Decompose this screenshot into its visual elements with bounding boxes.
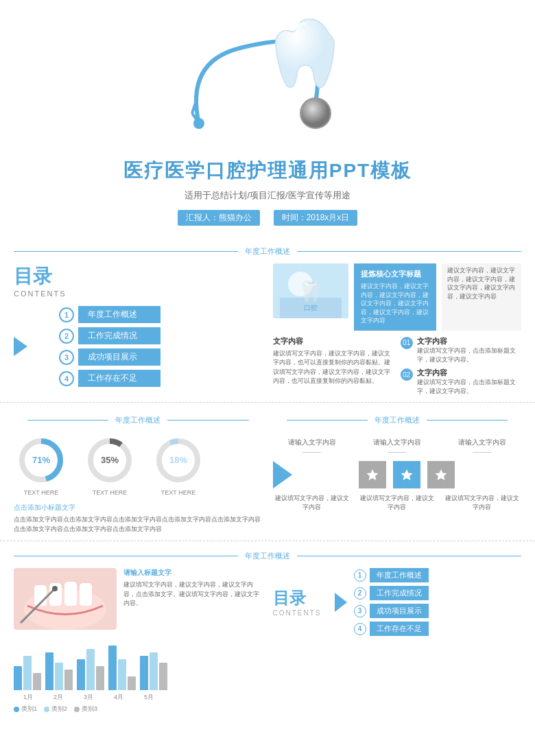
- donut-3: 18% TEXT HERE: [151, 436, 206, 496]
- section2-right-divider: 年度工作概述: [273, 411, 522, 429]
- bar-3a: [77, 659, 85, 690]
- donut-label-3: TEXT HERE: [151, 489, 206, 496]
- reporter-badge: 汇报人：熊猫办公: [178, 210, 260, 226]
- bar-3b: [86, 649, 95, 690]
- page-separator-1: [0, 402, 535, 403]
- item-num-2: 2: [59, 329, 74, 344]
- steps-top-row: 请输入文字内容 ——— 请输入文字内容 ——— 请输入文字内容 ———: [273, 438, 522, 456]
- bottom-left-body: 建议填写文字内容，建议文字内容，建议文字内容，也可以直接复制你的内容黏贴。建议填…: [273, 349, 394, 386]
- bar-1a: [14, 666, 22, 690]
- bottom-contents-row: 目录 CONTENTS 1 年度工作概述 2 工作完成情况 3 成功项目展示: [273, 568, 522, 636]
- donut-col: 年度工作概述 71% TEXT HERE 35% TEXT HE: [14, 408, 263, 534]
- sm-num-2: 2: [354, 587, 366, 600]
- contents-header: 目录 CONTENTS: [14, 263, 263, 298]
- info-blue-box: 提炼核心文字标题 建议文字内容，建议文字内容，建议文字内容，建议文字内容，建议文…: [354, 263, 436, 331]
- hero-title: 医疗医学口腔护理通用PPT模板: [0, 158, 535, 184]
- steps-col: 年度工作概述 请输入文字内容 ——— 请输入文字内容 ——— 请输入文字内容 —…: [273, 408, 522, 534]
- sm-contents-en: CONTENTS: [273, 609, 328, 617]
- star-boxes: [292, 461, 522, 488]
- bar-group-1: [14, 656, 41, 690]
- bar-chart: [14, 635, 263, 690]
- bottom-left-title: 文字内容: [273, 336, 394, 346]
- info-top-row: 口腔 提炼核心文字标题 建议文字内容，建议文字内容，建议文字内容，建议文字内容，…: [273, 263, 522, 331]
- sm-num-1: 1: [354, 569, 366, 582]
- numbered-item-2: 02 文字内容 建议填写文字内容，点击添加标题文字，建议文字内容。: [401, 368, 521, 395]
- steps-arrow-icon: [273, 461, 292, 488]
- bar-5c: [159, 663, 167, 690]
- x-label-5: 5月: [136, 693, 162, 702]
- bar-group-2: [45, 652, 73, 690]
- sm-label-4: 工作存在不足: [370, 622, 429, 636]
- bar-2c: [64, 670, 73, 690]
- info-bottom-right: 01 文字内容 建议填写文字内容，点击添加标题文字，建议文字内容。 02 文字内…: [401, 336, 521, 395]
- num-text-1: 文字内容 建议填写文字内容，点击添加标题文字，建议文字内容。: [417, 336, 521, 364]
- x-label-4: 4月: [106, 693, 132, 702]
- svg-rect-25: [64, 582, 77, 606]
- bar-group-4: [108, 646, 136, 690]
- dental-photo-row: 请输入标题文字 建议填写文字内容，建议文字内容，建议文字内容，点击添加文字。建议…: [14, 568, 263, 630]
- bar-2a: [45, 652, 54, 690]
- svg-marker-19: [401, 469, 412, 480]
- section1-content: 目录 CONTENTS 1 年度工作概述 2 工作完成情况 3 成功项目展示: [0, 263, 535, 395]
- steps-bottom-row: 建议填写文字内容，建议文字内容 建议填写文字内容，建议文字内容 建议填写文字内容…: [273, 494, 522, 511]
- star-box-1: [359, 461, 386, 488]
- num-circle-2: 02: [401, 368, 413, 381]
- hero-section: 医疗医学口腔护理通用PPT模板 适用于总结计划/项目汇报/医学宣传等用途 汇报人…: [0, 0, 535, 239]
- page-separator-2: [0, 541, 535, 541]
- step-top-1: 请输入文字内容 ———: [273, 438, 351, 456]
- bar-2b: [55, 663, 63, 690]
- sm-arrow-icon: [335, 593, 347, 612]
- svg-marker-18: [366, 469, 378, 480]
- item-label-4: 工作存在不足: [78, 370, 160, 387]
- step-bottom-1: 建议填写文字内容，建议文字内容: [273, 494, 351, 511]
- sm-label-1: 年度工作概述: [370, 568, 429, 582]
- donut-svg-2: 35%: [86, 436, 134, 484]
- donut-svg-3: 18%: [154, 436, 202, 484]
- steps-visual-row: [273, 461, 522, 488]
- divider-line-right: [297, 251, 521, 252]
- svg-rect-26: [80, 583, 92, 606]
- time-badge: 时间：2018x月x日: [274, 210, 358, 226]
- item-num-3: 3: [59, 350, 74, 365]
- step-bottom-2: 建议填写文字内容，建议文字内容: [358, 494, 436, 511]
- section2-left-divider: 年度工作概述: [14, 411, 263, 429]
- hero-subtitle: 适用于总结计划/项目汇报/医学宣传等用途: [0, 189, 535, 202]
- chart-note: 点击添加小标题文字: [14, 503, 263, 512]
- sm-contents-header: 目录 CONTENTS: [273, 587, 328, 617]
- numbered-item-1: 01 文字内容 建议填写文字内容，点击添加标题文字，建议文字内容。: [401, 336, 521, 364]
- bottom-right-col: 目录 CONTENTS 1 年度工作概述 2 工作完成情况 3 成功项目展示: [273, 568, 522, 713]
- chart-desc: 点击添加文字内容点击添加文字内容点击添加文字内容点击添加文字内容点击添加文字内容…: [14, 515, 263, 534]
- contents-arrow-icon: [14, 337, 27, 356]
- donut-label-1: TEXT HERE: [14, 489, 69, 496]
- contents-col: 目录 CONTENTS 1 年度工作概述 2 工作完成情况 3 成功项目展示: [14, 263, 263, 395]
- bar-group-5: [140, 652, 167, 690]
- num-circle-1: 01: [401, 337, 413, 349]
- dental-photo: [14, 568, 117, 630]
- box-body: 建议文字内容，建议文字内容，建议文字内容，建议文字内容，建议文字内容，建议文字内…: [361, 282, 429, 325]
- donut-1: 71% TEXT HERE: [14, 436, 69, 496]
- sm-label-2: 工作完成情况: [370, 586, 429, 600]
- bar-group-3: [77, 649, 104, 690]
- legend-item-1: 类别1: [14, 705, 37, 713]
- num-text-2: 文字内容 建议填写文字内容，点击添加标题文字，建议文字内容。: [417, 368, 521, 395]
- sm-list-item: 1 年度工作概述: [354, 568, 429, 582]
- sm-label-3: 成功项目展示: [370, 604, 429, 618]
- step-top-3: 请输入文字内容 ———: [443, 438, 521, 456]
- svg-text:18%: 18%: [169, 455, 187, 465]
- info-bottom-left: 文字内容 建议填写文字内容，建议文字内容，建议文字内容，也可以直接复制你的内容黏…: [273, 336, 394, 395]
- svg-point-2: [300, 98, 331, 128]
- section4-row: 请输入标题文字 建议填写文字内容，建议文字内容，建议文字内容，点击添加文字。建议…: [0, 568, 535, 713]
- bar-4b: [118, 659, 126, 690]
- list-item: 4 工作存在不足: [59, 370, 160, 387]
- dental-photo-text: 请输入标题文字 建议填写文字内容，建议文字内容，建议文字内容，点击添加文字。建议…: [123, 568, 263, 630]
- contents-list: 1 年度工作概述 2 工作完成情况 3 成功项目展示 4 工作存在不足: [38, 306, 160, 387]
- legend-dot-1: [14, 707, 19, 712]
- sm-contents-cn: 目录: [273, 587, 328, 609]
- section1-divider-title: 年度工作概述: [238, 246, 297, 257]
- star-box-3: [427, 461, 455, 488]
- section1-divider: 年度工作概述: [0, 242, 535, 261]
- section2-row: 年度工作概述 71% TEXT HERE 35% TEXT HE: [0, 408, 535, 534]
- x-label-3: 3月: [75, 693, 102, 702]
- bar-chart-area: 1月 2月 3月 4月 5月 类别1 类别2 类别3: [14, 635, 263, 713]
- item-label-2: 工作完成情况: [78, 327, 160, 344]
